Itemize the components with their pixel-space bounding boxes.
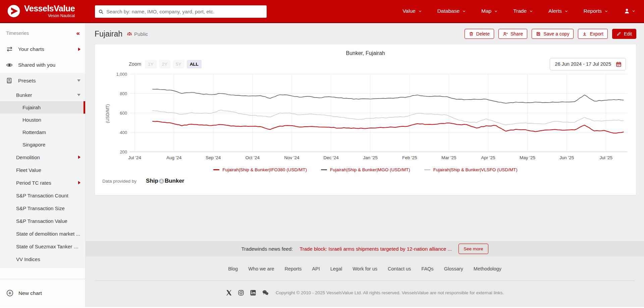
sidebar-item-singapore[interactable]: Singapore bbox=[0, 138, 85, 151]
vesselsvalue-logo[interactable]: VesselsValue Veson Nautical bbox=[7, 4, 75, 18]
calendar-icon bbox=[616, 61, 622, 67]
footer-link-blog[interactable]: Blog bbox=[228, 266, 238, 271]
sidebar-item-state-of-demolition-market[interactable]: State of demolition market ... bbox=[0, 227, 85, 240]
sidebar-spacer bbox=[0, 268, 85, 279]
chevron-down-icon bbox=[77, 79, 80, 82]
sidebar-item-label: S&P Transaction Size bbox=[16, 205, 65, 211]
chart-actions: DeleteShareSave a copyExportEdit bbox=[465, 29, 636, 39]
legend-item[interactable]: Fujairah|Ship & Bunker|VLSFO (USD/MT) bbox=[424, 167, 518, 172]
menu-item-value[interactable]: Value bbox=[402, 8, 422, 14]
footer-link-work-for-us[interactable]: Work for us bbox=[353, 266, 377, 271]
sidebar-header: Timeseries « bbox=[0, 23, 85, 41]
sidebar-item-bunker[interactable]: Bunker bbox=[0, 88, 85, 101]
sidebar-item-shared-with-you[interactable]: Shared with you bbox=[0, 57, 85, 73]
sidebar-item-houston[interactable]: Houston bbox=[0, 114, 85, 126]
svg-text:Oct '24: Oct '24 bbox=[246, 155, 260, 160]
menu-item-trade[interactable]: Trade bbox=[513, 8, 533, 14]
menu-item-alerts[interactable]: Alerts bbox=[548, 8, 568, 14]
logo-part1: Ship bbox=[146, 178, 158, 184]
chart-card: Bunker, Fujairah Zoom 1Y2Y5YALL 26 Jun 2… bbox=[95, 44, 636, 195]
group-icon bbox=[126, 31, 132, 37]
svg-text:600: 600 bbox=[120, 111, 127, 116]
svg-text:Jul '24: Jul '24 bbox=[128, 155, 141, 160]
instagram-icon[interactable] bbox=[238, 290, 244, 296]
sidebar-item-fujairah[interactable]: Fujairah bbox=[0, 101, 85, 114]
linkedin-icon[interactable] bbox=[250, 290, 256, 296]
wechat-icon[interactable] bbox=[262, 289, 269, 296]
sidebar-item-s-p-transaction-value[interactable]: S&P Transaction Value bbox=[0, 214, 85, 227]
user-menu[interactable] bbox=[624, 8, 635, 14]
main-content: Fujairah Public DeleteShareSave a copyEx… bbox=[86, 23, 644, 307]
sidebar-item-rotterdam[interactable]: Rotterdam bbox=[0, 126, 85, 138]
social-icons bbox=[226, 289, 269, 296]
sidebar-title: Timeseries bbox=[6, 30, 29, 36]
footer-link-legal[interactable]: Legal bbox=[330, 266, 342, 271]
footer-link-api[interactable]: API bbox=[312, 266, 320, 271]
chevron-down-icon bbox=[529, 9, 533, 13]
brand-subtitle: Veson Nautical bbox=[24, 14, 75, 18]
share-button[interactable]: Share bbox=[498, 29, 527, 39]
delete-button[interactable]: Delete bbox=[465, 29, 494, 39]
timeseries-plot: 1,000800600400200Jul '24Aug '24Sep '24Oc… bbox=[95, 71, 636, 164]
chart-controls: Zoom 1Y2Y5YALL 26 Jun 2024 - 17 Jul 2025 bbox=[95, 58, 636, 70]
menu-item-reports[interactable]: Reports bbox=[584, 8, 608, 14]
footer-link-glossary[interactable]: Glossary bbox=[444, 266, 463, 271]
search-input[interactable] bbox=[106, 9, 263, 14]
sidebar-item-period-tc-rates[interactable]: Period TC rates bbox=[0, 176, 85, 189]
chevron-down-icon bbox=[77, 94, 80, 96]
footer-link-who-we-are[interactable]: Who we are bbox=[248, 266, 274, 271]
menu-item-database[interactable]: Database bbox=[437, 8, 466, 14]
sidebar-top-items: Your chartsShared with you bbox=[0, 41, 85, 73]
svg-text:May '25: May '25 bbox=[520, 155, 535, 160]
news-headline-link[interactable]: Trade block: Israeli arms shipments targ… bbox=[300, 246, 452, 252]
sidebar-item-presets[interactable]: Presets bbox=[0, 73, 85, 88]
footer-link-reports[interactable]: Reports bbox=[285, 266, 302, 271]
x-icon[interactable] bbox=[226, 290, 232, 296]
sidebar-item-state-of-suezmax-tanker-m[interactable]: State of Suezmax Tanker m... bbox=[0, 240, 85, 253]
button-label: Export bbox=[590, 31, 603, 37]
svg-text:Jun '25: Jun '25 bbox=[559, 155, 574, 160]
new-chart-label: New chart bbox=[18, 290, 42, 296]
save-a-copy-button[interactable]: Save a copy bbox=[532, 29, 574, 39]
sidebar-item-label: Houston bbox=[22, 117, 41, 123]
button-label: Save a copy bbox=[543, 31, 569, 37]
export-button[interactable]: Export bbox=[578, 29, 607, 39]
user-icon bbox=[624, 8, 630, 14]
svg-text:Jan '25: Jan '25 bbox=[363, 155, 378, 160]
sidebar-item-label: S&P Transaction Count bbox=[16, 193, 68, 198]
date-range-picker[interactable]: 26 Jun 2024 - 17 Jul 2025 bbox=[550, 58, 626, 70]
sidebar-item-label: Singapore bbox=[22, 142, 45, 147]
eye-icon bbox=[6, 62, 14, 68]
footer-social-row: Copyright © 2010 - 2025 VesselsValue Ltd… bbox=[86, 281, 644, 296]
page-title: Fujairah bbox=[95, 29, 122, 39]
footer-links: BlogWho we areReportsAPILegalWork for us… bbox=[86, 256, 644, 281]
zoom-range-2y: 2Y bbox=[159, 60, 171, 68]
sidebar-item-label: Bunker bbox=[16, 92, 32, 98]
button-label: Share bbox=[511, 31, 523, 37]
legend-item[interactable]: Fujairah|Ship & Bunker|IFO380 (USD/MT) bbox=[213, 167, 307, 172]
data-provider: Data provided by Ship & Bunker bbox=[95, 172, 636, 184]
chevron-right-icon bbox=[78, 181, 80, 184]
legend-item[interactable]: Fujairah|Ship & Bunker|MGO (USD/MT) bbox=[321, 167, 410, 172]
see-more-button[interactable]: See more bbox=[459, 244, 488, 254]
zoom-range-all[interactable]: ALL bbox=[187, 60, 202, 68]
shipandbunker-logo[interactable]: Ship & Bunker bbox=[146, 178, 184, 184]
footer-link-faqs[interactable]: FAQs bbox=[421, 266, 433, 271]
date-range-value: 26 Jun 2024 - 17 Jul 2025 bbox=[555, 61, 611, 67]
book-icon bbox=[6, 77, 14, 84]
svg-text:(USD/MT): (USD/MT) bbox=[105, 104, 110, 123]
new-chart-button[interactable]: New chart bbox=[0, 279, 85, 307]
footer-link-methodology[interactable]: Methodology bbox=[474, 266, 501, 271]
sidebar-item-vv-indices[interactable]: VV Indices bbox=[0, 253, 85, 265]
sidebar-item-your-charts[interactable]: Your charts bbox=[0, 41, 85, 57]
footer-link-contact-us[interactable]: Contact us bbox=[388, 266, 411, 271]
sidebar-item-s-p-transaction-size[interactable]: S&P Transaction Size bbox=[0, 202, 85, 214]
sidebar-item-fleet-value[interactable]: Fleet Value bbox=[0, 164, 85, 176]
menu-item-map[interactable]: Map bbox=[481, 8, 498, 14]
sidebar-item-demolition[interactable]: Demolition bbox=[0, 151, 85, 164]
chevron-down-icon bbox=[462, 9, 466, 13]
edit-button[interactable]: Edit bbox=[612, 29, 636, 39]
zoom-range-1y: 1Y bbox=[145, 60, 157, 68]
sidebar-collapse-icon[interactable]: « bbox=[76, 31, 80, 35]
sidebar-item-s-p-transaction-count[interactable]: S&P Transaction Count bbox=[0, 189, 85, 202]
